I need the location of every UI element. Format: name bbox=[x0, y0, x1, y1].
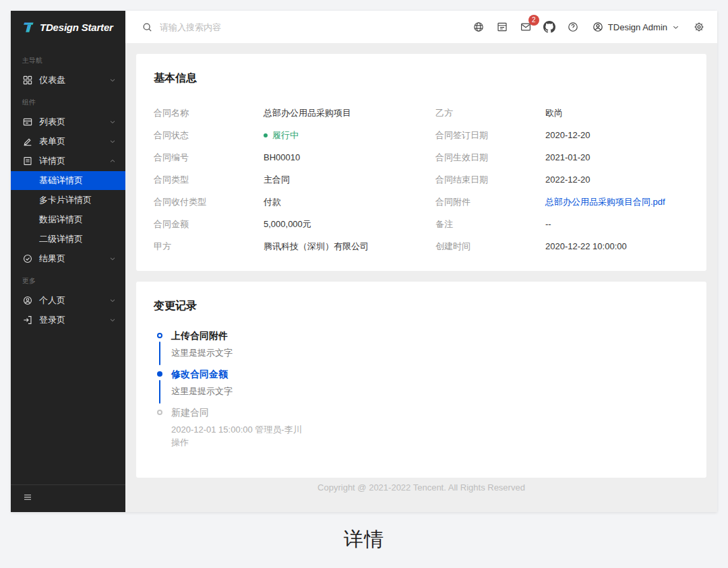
timeline-rail bbox=[157, 368, 162, 406]
desc-label: 合同名称 bbox=[154, 107, 264, 119]
desc-label: 备注 bbox=[435, 218, 545, 230]
collapse-sidebar-button[interactable] bbox=[22, 492, 36, 505]
timeline-item-desc: 这里是提示文字 bbox=[171, 385, 233, 398]
change-log-card: 变更记录 上传合同附件 这里是提示文字 bbox=[136, 282, 706, 478]
messages-button[interactable]: 2 bbox=[516, 17, 536, 37]
detail-page-icon bbox=[22, 156, 33, 166]
desc-value: 总部办公用品采购项目 bbox=[264, 107, 351, 119]
sidebar: TDesign Starter 主导航 仪表盘 组件 bbox=[11, 11, 125, 512]
tdesign-logo-icon bbox=[22, 21, 35, 34]
desc-label: 合同类型 bbox=[154, 174, 264, 186]
timeline-item-desc: 2020-12-01 15:00:00 管理员-李川操作 bbox=[171, 423, 309, 449]
settings-button[interactable] bbox=[689, 17, 709, 37]
timeline-content: 上传合同附件 这里是提示文字 bbox=[171, 329, 233, 368]
basic-info-descriptions: 合同名称 总部办公用品采购项目 合同状态 履行中 合同编号 bbox=[154, 102, 689, 257]
descriptions-left-column: 合同名称 总部办公用品采购项目 合同状态 履行中 合同编号 bbox=[154, 102, 407, 257]
status-badge: 履行中 bbox=[264, 129, 299, 141]
sidebar-item-dashboard[interactable]: 仪表盘 bbox=[11, 71, 125, 90]
menu-group-label-components: 组件 bbox=[11, 90, 125, 112]
sidebar-subitem-label: 多卡片详情页 bbox=[39, 194, 92, 206]
status-dot-icon bbox=[264, 133, 268, 137]
github-button[interactable] bbox=[539, 17, 559, 37]
desc-value: 主合同 bbox=[264, 174, 290, 186]
result-page-icon bbox=[22, 253, 33, 264]
logo-text: TDesign Starter bbox=[40, 22, 113, 33]
desc-value: 付款 bbox=[264, 196, 281, 208]
list-page-icon bbox=[22, 117, 33, 127]
page-content: 基本信息 合同名称 总部办公用品采购项目 合同状态 履行中 bbox=[125, 43, 717, 512]
desc-label: 合同生效日期 bbox=[435, 152, 545, 164]
sidebar-subitem-label: 二级详情页 bbox=[39, 233, 83, 245]
sidebar-item-label: 列表页 bbox=[39, 116, 102, 128]
sidebar-item-label: 仪表盘 bbox=[39, 74, 102, 86]
desc-row-contract-status: 合同状态 履行中 bbox=[154, 124, 407, 146]
desc-value: BH00010 bbox=[264, 152, 300, 162]
desc-label: 合同结束日期 bbox=[435, 174, 545, 186]
timeline-dot-icon bbox=[157, 410, 162, 415]
sidebar-item-label: 表单页 bbox=[39, 135, 102, 148]
sidebar-subitem-card-detail[interactable]: 多卡片详情页 bbox=[11, 191, 125, 210]
logo[interactable]: TDesign Starter bbox=[11, 11, 125, 43]
change-log-timeline: 上传合同附件 这里是提示文字 修改合同金额 这里是提示文字 bbox=[154, 329, 689, 457]
sidebar-item-result-page[interactable]: 结果页 bbox=[11, 249, 125, 268]
sidebar-menu: 主导航 仪表盘 组件 列表页 bbox=[11, 43, 125, 484]
chevron-down-icon bbox=[109, 316, 117, 324]
docs-button[interactable] bbox=[492, 17, 512, 37]
desc-row-payment-type: 合同收付类型 付款 bbox=[154, 191, 407, 213]
timeline-item-upload-attachment: 上传合同附件 这里是提示文字 bbox=[157, 329, 689, 368]
sidebar-item-list-page[interactable]: 列表页 bbox=[11, 113, 125, 131]
timeline-rail bbox=[157, 329, 162, 368]
sidebar-item-user-page[interactable]: 个人页 bbox=[11, 291, 125, 310]
user-page-icon bbox=[22, 295, 33, 306]
chevron-down-icon bbox=[109, 137, 117, 146]
attachment-link[interactable]: 总部办公用品采购项目合同.pdf bbox=[545, 196, 665, 208]
sidebar-item-detail-page[interactable]: 详情页 bbox=[11, 152, 125, 170]
sidebar-item-label: 登录页 bbox=[39, 314, 102, 326]
copyright-footer: Copyright @ 2021-2022 Tencent. All Right… bbox=[136, 482, 706, 501]
desc-value: 腾讯科技（深圳）有限公司 bbox=[264, 241, 369, 253]
user-menu[interactable]: TDesign Admin bbox=[586, 17, 686, 37]
desc-label: 合同金额 bbox=[154, 218, 264, 230]
timeline-content: 新建合同 2020-12-01 15:00:00 管理员-李川操作 bbox=[171, 406, 309, 457]
desc-row-contract-name: 合同名称 总部办公用品采购项目 bbox=[154, 102, 407, 124]
status-text: 履行中 bbox=[272, 129, 299, 141]
chevron-down-icon bbox=[109, 255, 117, 263]
globe-icon bbox=[473, 21, 485, 33]
form-page-icon bbox=[22, 136, 33, 147]
desc-label: 合同签订日期 bbox=[435, 129, 545, 141]
timeline-item-desc: 这里是提示文字 bbox=[171, 346, 233, 359]
timeline-rail bbox=[157, 406, 162, 457]
sidebar-item-label: 详情页 bbox=[39, 155, 102, 167]
sidebar-item-form-page[interactable]: 表单页 bbox=[11, 132, 125, 151]
change-log-title: 变更记录 bbox=[154, 299, 689, 313]
app-window: TDesign Starter 主导航 仪表盘 组件 bbox=[11, 11, 717, 512]
menu-group-label-main: 主导航 bbox=[11, 49, 125, 70]
search-icon bbox=[142, 22, 153, 33]
desc-label: 乙方 bbox=[435, 107, 545, 119]
desc-row-sign-date: 合同签订日期 2020-12-20 bbox=[435, 124, 689, 146]
timeline-connector bbox=[159, 380, 160, 404]
language-button[interactable] bbox=[468, 17, 489, 37]
github-icon bbox=[543, 21, 555, 33]
sidebar-subitem-secondary-detail[interactable]: 二级详情页 bbox=[11, 230, 125, 249]
help-button[interactable] bbox=[563, 17, 583, 37]
login-page-icon bbox=[22, 315, 33, 325]
document-icon bbox=[496, 21, 508, 33]
chevron-down-icon bbox=[109, 118, 117, 126]
sidebar-item-label: 个人页 bbox=[39, 294, 102, 307]
menu-group-label-more: 更多 bbox=[11, 269, 125, 290]
desc-value: 2020-12-22 10:00:00 bbox=[545, 241, 627, 251]
desc-label: 合同编号 bbox=[154, 152, 264, 164]
sidebar-item-login-page[interactable]: 登录页 bbox=[11, 311, 125, 329]
desc-row-contract-no: 合同编号 BH00010 bbox=[154, 146, 407, 168]
sidebar-subitem-base-detail[interactable]: 基础详情页 bbox=[11, 171, 125, 190]
sidebar-subitem-data-detail[interactable]: 数据详情页 bbox=[11, 210, 125, 229]
descriptions-right-column: 乙方 欧尚 合同签订日期 2020-12-20 合同生效日期 2021-01-2… bbox=[435, 102, 689, 257]
chevron-up-icon bbox=[109, 157, 117, 165]
basic-info-title: 基本信息 bbox=[154, 71, 689, 86]
search-input[interactable] bbox=[160, 22, 322, 32]
timeline-item-title: 新建合同 bbox=[171, 406, 309, 418]
chevron-down-icon bbox=[109, 296, 117, 305]
desc-value: 2020-12-20 bbox=[545, 130, 590, 140]
desc-row-end-date: 合同结束日期 2022-12-20 bbox=[435, 168, 689, 191]
